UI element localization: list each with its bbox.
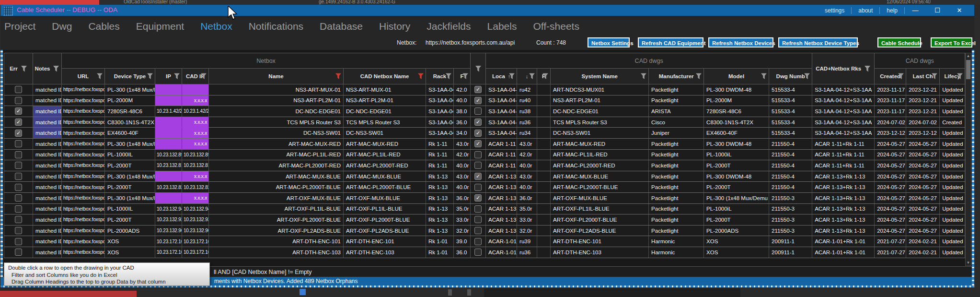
cell-device_type[interactable]: PL-2000T — [105, 214, 155, 226]
cell-pos[interactable]: 35.0r — [454, 203, 471, 214]
cell-rks[interactable]: S3-1AA-04-12+S3-1AA — [812, 84, 875, 95]
group-header-cad-dwgs[interactable]: CAD dwgs — [875, 53, 965, 69]
cell-rks[interactable]: ACAR 1-11+Rk 1-11 — [812, 160, 875, 171]
cell-cad_netbox_name[interactable]: DC-NDC-EDGE01 — [344, 106, 426, 117]
menu-item-notifications[interactable]: Notifications — [249, 21, 303, 32]
cell-ru[interactable]: ru38 — [517, 106, 537, 117]
cell-notes[interactable]: matched ID — [33, 203, 62, 214]
cell-rack[interactable]: Rk 1-13 — [426, 214, 454, 226]
err-checkbox[interactable]: ✓ — [15, 194, 22, 202]
cell-cad_netbox_name[interactable]: ART-MAC-MUX-RED — [344, 138, 426, 149]
column-header-rks[interactable]: CAD+Netbox Rks — [812, 53, 875, 84]
cell-rks[interactable]: S3-1AA-04-12+S3-1AA — [812, 128, 875, 139]
linked-checkbox[interactable]: ✓ — [474, 140, 482, 147]
cell-loca[interactable]: S3-1AA-04-1 — [486, 128, 517, 139]
cell-last_ch[interactable]: 2024-05-27 — [906, 203, 940, 214]
cell-name[interactable]: ART-MAC-PL2000T-BLUE — [209, 182, 344, 193]
cell-f2[interactable] — [537, 117, 551, 128]
minimize-button[interactable]: — — [904, 7, 926, 14]
cell-lifecycle[interactable]: Updated — [940, 160, 965, 171]
menu-item-netbox[interactable]: Netbox — [200, 21, 232, 32]
cell-created[interactable]: 2024-05-27 — [875, 138, 906, 149]
cell-dwg_num[interactable]: 515533-4 — [769, 128, 812, 139]
cell-f2[interactable] — [537, 149, 551, 160]
cell-cad_netbox_name[interactable]: ART-DTH-ENC-103 — [344, 247, 426, 258]
cell-rks[interactable]: ACAR 1-13+Rk 1-13 — [812, 182, 875, 193]
cell-created[interactable]: 2024-05-27 — [875, 149, 906, 160]
scrollbar-thumb[interactable] — [966, 60, 970, 79]
cell-last_ch[interactable]: 2024-05-27 — [906, 214, 940, 226]
table-row[interactable]: ✓matched IDhttps://netbox.foxsporPL-300 … — [4, 171, 965, 182]
cell-name[interactable]: TCS MPLS Router S3 — [209, 117, 344, 128]
cell-f2[interactable] — [537, 247, 551, 258]
cell-lifecycle[interactable]: Created — [940, 117, 965, 128]
cell-system_name[interactable]: ART-MAC-MUX-BLUE — [551, 171, 649, 182]
cell-device_type[interactable]: PL-1000IL — [105, 203, 155, 214]
cell-model[interactable]: C8300-1N1S-4T2X — [704, 117, 769, 128]
cell-dwg_num[interactable]: 200911-1 — [769, 247, 812, 258]
cell-url[interactable]: https://netbox.foxspor — [62, 192, 105, 203]
cell-f2[interactable] — [537, 182, 551, 193]
cell-linked[interactable]: ✓ — [471, 160, 486, 171]
cell-pos[interactable]: 39.0 — [454, 236, 471, 247]
cell-url[interactable]: https://netbox.foxspor — [62, 214, 105, 226]
cell-last_ch[interactable]: 2024-05-27 — [906, 149, 940, 160]
column-header-device_type[interactable]: Device Type — [105, 69, 155, 84]
cell-device_type[interactable]: PL-300 (1x48 Mux/Demu — [105, 138, 155, 149]
table-row[interactable]: ✓matched IDhttps://netbox.foxsporPL-2000… — [4, 214, 965, 226]
filter-icon[interactable] — [804, 73, 810, 80]
cell-cad_ip[interactable]: x.x.x.x — [182, 171, 209, 182]
err-checkbox[interactable]: ✓ — [15, 184, 22, 191]
filter-icon[interactable] — [475, 66, 482, 72]
cell-cad_ip[interactable]: 10.23.172.101 — [182, 236, 209, 247]
cell-f2[interactable] — [537, 84, 551, 95]
column-header-pos[interactable]: F — [454, 69, 471, 84]
filter-icon[interactable] — [53, 66, 59, 72]
cell-last_ch[interactable]: 2023-12-12 — [906, 128, 940, 139]
cell-cad_netbox_name[interactable]: NS3-ART-PL2M-01 — [344, 95, 426, 106]
cell-err[interactable]: ✓ — [4, 247, 33, 258]
cell-last_ch[interactable]: 2023-12-21 — [906, 95, 940, 106]
cell-err[interactable]: ✓ — [4, 84, 33, 95]
cell-manufacturer[interactable]: Packetlight — [649, 160, 704, 171]
cell-loca[interactable]: ACAR 1-11 — [486, 160, 517, 171]
table-row[interactable]: ✓matched ID. Erhttps://netbox.foxsporC83… — [4, 117, 965, 128]
menu-item-project[interactable]: Project — [4, 21, 35, 32]
cell-model[interactable]: PL-300 DWDM-48 — [704, 84, 769, 95]
cell-system_name[interactable]: ART-MAC-MUX-RED — [551, 138, 649, 149]
cell-last_ch[interactable]: 2024-02-21 — [906, 236, 940, 247]
filter-icon[interactable] — [542, 73, 549, 80]
cell-linked[interactable]: ✓ — [471, 247, 486, 258]
filter-icon[interactable] — [508, 73, 515, 80]
filter-icon[interactable] — [931, 73, 938, 80]
cell-name[interactable]: ART-OXF-MUX-BLUE — [209, 192, 344, 203]
cell-ru[interactable]: ru34 — [517, 128, 537, 139]
table-row[interactable]: ✓matched IDhttps://netbox.foxsporPL-300 … — [4, 192, 965, 203]
refresh-netbox-devices-button[interactable]: Refresh Netbox Devices — [708, 37, 773, 48]
cell-cad_netbox_name[interactable]: TCS MPLS Router S3 — [344, 117, 426, 128]
cell-linked[interactable]: ✓ — [471, 106, 486, 117]
cell-rks[interactable]: S3-1AA-04-12+S3-1AA — [812, 106, 875, 117]
group-header-cad-dwgs[interactable]: CAD dwgs — [486, 53, 812, 69]
cell-pos[interactable]: 43.0r — [454, 138, 471, 149]
cell-device_type[interactable]: XOS — [105, 236, 155, 247]
cell-ip[interactable] — [155, 192, 182, 203]
table-row[interactable]: ✓matched ID. Erhttps://netbox.foxsporEX4… — [4, 128, 965, 139]
cell-name[interactable]: ART-OXF-PL1IL-BLUE — [209, 203, 344, 214]
column-header-ru[interactable]: ↓ — [517, 69, 537, 84]
cell-ip[interactable]: 10.23.132.81/ — [155, 160, 182, 171]
column-header-linked[interactable] — [471, 53, 486, 84]
cell-ip[interactable] — [155, 138, 182, 149]
cell-url[interactable]: https://netbox.foxspor — [62, 95, 105, 106]
cell-err[interactable]: ✓ — [4, 171, 33, 182]
filter-icon[interactable] — [898, 73, 904, 80]
cell-err[interactable]: ✓ — [4, 192, 33, 203]
cell-ru[interactable]: 40.0r — [517, 182, 537, 193]
cell-rks[interactable]: ACAR 1-13+Rk 1-13 — [812, 225, 875, 236]
column-header-url[interactable]: URL — [62, 69, 105, 84]
close-button[interactable]: ✕ — [948, 7, 970, 14]
cell-manufacturer[interactable]: ARISTA — [649, 106, 704, 117]
cell-model[interactable]: 7280SR-48C6 — [704, 106, 769, 117]
cell-rks[interactable]: ACAR-1-01+Rk 1-01 — [812, 247, 875, 258]
cell-rack[interactable]: Rk 1-11 — [426, 149, 454, 160]
